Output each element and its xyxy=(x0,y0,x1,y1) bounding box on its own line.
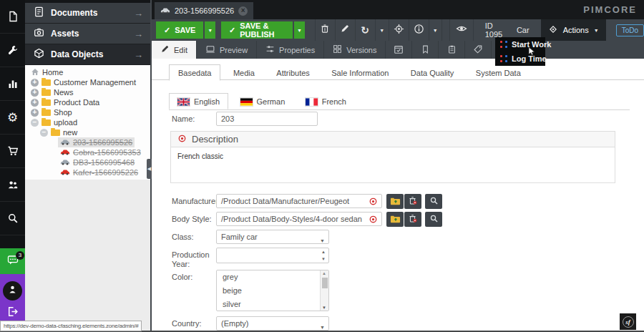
users-rail-button[interactable] xyxy=(0,168,25,202)
info-button[interactable] xyxy=(409,19,429,41)
reload-dropdown-button[interactable]: ▼ xyxy=(375,19,389,41)
remove-reference-button[interactable] xyxy=(404,212,421,227)
tree-item-news[interactable]: + News xyxy=(25,87,150,97)
open-object-tab[interactable]: 203-1566995526 × xyxy=(155,2,253,19)
cube-icon xyxy=(34,48,44,61)
production-year-label: Production Year: xyxy=(172,248,216,269)
ecommerce-rail-button[interactable] xyxy=(0,135,25,168)
tree-item-new[interactable]: − new xyxy=(25,127,150,137)
listbox-scrollbar[interactable]: ▲ ▼ xyxy=(320,270,328,311)
color-option[interactable]: beige xyxy=(217,284,328,298)
save-publish-dropdown-button[interactable]: ▼ xyxy=(294,21,305,39)
spin-down-icon[interactable]: ▼ xyxy=(321,257,326,261)
save-publish-button[interactable]: ✓ SAVE & PUBLISH xyxy=(221,21,293,39)
expand-icon[interactable]: + xyxy=(31,109,39,117)
reload-button[interactable]: ↻ xyxy=(355,19,375,41)
window-tab-bar: 203-1566995526 × PIMCORE xyxy=(152,0,644,19)
accordion-documents[interactable]: Documents → xyxy=(25,3,150,24)
remove-reference-button[interactable] xyxy=(404,194,421,209)
expand-icon[interactable]: + xyxy=(31,79,39,87)
folder-icon xyxy=(42,109,51,116)
chat-rail-button[interactable]: 3 xyxy=(0,248,25,274)
preview-group xyxy=(449,19,474,41)
tab-versions[interactable]: Versions xyxy=(324,41,386,59)
logout-button[interactable] xyxy=(6,306,19,321)
menu-item-start-work[interactable]: Start Work xyxy=(495,37,545,52)
tools-rail-button[interactable] xyxy=(0,34,25,67)
target-red-icon[interactable] xyxy=(369,215,378,226)
check-icon: ✓ xyxy=(164,26,170,35)
tree-item-db3[interactable]: DB3-1566995468 xyxy=(25,157,150,167)
object-tab-bar: Edit Preview Properties Versions xyxy=(152,41,644,59)
tab-edit[interactable]: Edit xyxy=(152,41,197,59)
search-rail-button[interactable] xyxy=(0,202,25,235)
save-dropdown-button[interactable]: ▼ xyxy=(205,21,215,39)
close-icon[interactable]: × xyxy=(238,6,248,16)
tab-notes[interactable] xyxy=(412,41,439,59)
tab-properties[interactable]: Properties xyxy=(257,41,324,59)
tree-item-product-data[interactable]: + Product Data xyxy=(25,97,150,107)
tree-item-cobra[interactable]: Cobra-1566995353 xyxy=(25,147,150,157)
pimcore-admin: ⚙ 3 CO Documents → xyxy=(0,0,644,332)
tree-item-home[interactable]: Home xyxy=(25,67,150,77)
spin-up-icon[interactable]: ▲ xyxy=(321,250,326,254)
tree-item-customer-management[interactable]: + Customer Management xyxy=(25,77,150,87)
search-reference-button[interactable] xyxy=(425,212,442,227)
symfony-debug-button[interactable]: sf xyxy=(620,313,636,330)
actions-dropdown-button[interactable]: Actions ▼ xyxy=(541,19,606,41)
expand-icon[interactable]: + xyxy=(31,89,39,97)
trash-x-icon xyxy=(408,213,418,226)
delete-button[interactable] xyxy=(315,19,335,41)
body-style-row: Body Style: /Product Data/Body-Styles/4-… xyxy=(172,212,442,227)
tree-item-203[interactable]: 203-1566995526 xyxy=(25,137,150,147)
collapse-icon[interactable]: − xyxy=(31,119,39,127)
scroll-up-icon[interactable]: ▲ xyxy=(322,271,326,275)
upload-folder-button[interactable] xyxy=(386,194,404,209)
tab-schedule[interactable] xyxy=(386,41,412,59)
workflow-step-icon xyxy=(500,55,507,62)
documents-rail-button[interactable] xyxy=(0,0,25,34)
reports-rail-button[interactable] xyxy=(0,67,25,101)
scrollbar-thumb[interactable] xyxy=(322,278,328,288)
manufacturer-input[interactable]: /Product Data/Manufacturer/Peugeot xyxy=(216,194,382,208)
tab-preview[interactable]: Preview xyxy=(197,41,257,59)
accordion-data-objects[interactable]: Data Objects → xyxy=(25,44,150,65)
settings-rail-button[interactable]: ⚙ xyxy=(0,101,25,135)
accordion-assets[interactable]: Assets → xyxy=(25,24,150,44)
profile-button[interactable] xyxy=(3,281,22,301)
tree-item-shop[interactable]: + Shop xyxy=(25,107,150,117)
arrow-right-icon[interactable]: → xyxy=(134,8,143,19)
class-select[interactable]: Family car ▼ xyxy=(216,230,329,244)
body-style-input[interactable]: /Product Data/Body-Styles/4-door sedan xyxy=(216,212,382,226)
arrow-right-icon[interactable]: → xyxy=(134,49,143,60)
open-preview-button[interactable] xyxy=(449,19,474,41)
country-select[interactable]: (Empty) ▼ xyxy=(216,316,329,331)
locate-in-tree-button[interactable] xyxy=(389,19,409,41)
expand-icon[interactable]: + xyxy=(31,99,39,107)
panel-collapse-handle[interactable]: ◀ xyxy=(147,159,152,179)
description-editor[interactable]: French classic xyxy=(170,147,615,183)
color-option[interactable]: grey xyxy=(217,270,328,284)
tree-item-label: 203-1566995526 xyxy=(73,138,132,147)
tree-item-upload[interactable]: − upload xyxy=(25,117,150,127)
tab-reports[interactable] xyxy=(439,41,465,59)
production-year-input[interactable]: ▲ ▼ xyxy=(216,248,329,263)
search-reference-button[interactable] xyxy=(425,194,442,209)
search-icon xyxy=(429,213,439,226)
save-button[interactable]: ✓ SAVE xyxy=(156,21,203,39)
color-multiselect[interactable]: grey beige silver ▲ ▼ xyxy=(216,270,329,311)
menu-item-log-time[interactable]: Log Time xyxy=(495,52,545,66)
scroll-down-icon[interactable]: ▼ xyxy=(322,306,326,310)
tab-tags[interactable] xyxy=(465,41,492,59)
color-option[interactable]: silver xyxy=(217,298,328,311)
upload-folder-button[interactable] xyxy=(386,212,404,227)
tree-item-kafer[interactable]: Kafer-1566995226 xyxy=(25,167,150,177)
arrow-right-icon[interactable]: → xyxy=(134,29,143,39)
folder-up-icon xyxy=(390,213,401,226)
target-red-icon[interactable] xyxy=(369,197,378,208)
manufacturer-row: Manufacturer: /Product Data/Manufacturer… xyxy=(172,194,442,209)
collapse-icon[interactable]: − xyxy=(40,129,48,137)
info-dropdown-button[interactable]: ▼ xyxy=(429,19,442,41)
rename-button[interactable] xyxy=(335,19,355,41)
name-input[interactable]: 203 xyxy=(216,112,318,126)
